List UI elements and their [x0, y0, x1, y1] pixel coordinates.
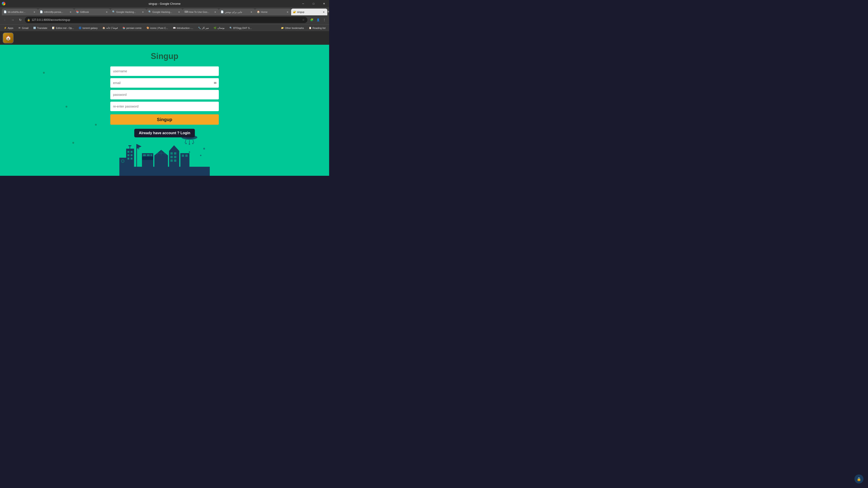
- tab-close[interactable]: ✕: [322, 10, 326, 14]
- tab-favicon: 🔍: [148, 10, 151, 13]
- tab-favicon: 📄: [4, 10, 7, 13]
- bookmark-torrent-galaxy[interactable]: 🌀 torrent galaxy: [76, 26, 99, 31]
- bookmark-editor-md[interactable]: 📝 Editor.md - Op...: [50, 26, 76, 31]
- tab-mthri[interactable]: 📄 mthri/dfp-persia... ✕: [38, 8, 74, 15]
- url-text: 127.0.0.1:8000/accounts/singup: [32, 18, 300, 22]
- svg-rect-44: [185, 155, 188, 157]
- svg-point-20: [122, 160, 124, 162]
- tab-favicon: 📄: [221, 10, 224, 13]
- btdigg-label: BTDigg DHT S...: [233, 27, 252, 29]
- app-icon[interactable]: 🏠: [3, 33, 13, 43]
- svg-rect-28: [154, 156, 168, 167]
- tab-close[interactable]: ✕: [213, 10, 217, 14]
- tab-close[interactable]: ✕: [33, 10, 36, 14]
- bookmark-apps[interactable]: ⚡ Apps: [2, 26, 15, 31]
- svg-rect-38: [170, 156, 173, 158]
- tab-title: mthri/dfp-persia...: [44, 11, 68, 13]
- bookmark-persian-comic[interactable]: 📚 persian comic: [121, 26, 144, 31]
- email-wrapper: ✉: [110, 78, 219, 88]
- tab-jaye-baraye-neveshtan[interactable]: 📄 جایی برای نوشتن ✕: [219, 8, 255, 15]
- translate-icon: 🔤: [33, 26, 36, 30]
- svg-rect-43: [182, 155, 184, 157]
- title-bar: singup - Google Chrome ─ □ ✕: [0, 0, 329, 7]
- signup-button[interactable]: Singup: [110, 114, 219, 125]
- decoration-dot-4: [72, 142, 74, 144]
- password-input[interactable]: [110, 90, 219, 99]
- bookmark-btdigg[interactable]: 🔍 BTDigg DHT S...: [227, 26, 254, 31]
- svg-line-2: [185, 140, 186, 143]
- tab-title: singup: [297, 11, 321, 13]
- new-tab-button[interactable]: +: [327, 8, 329, 15]
- other-bookmarks-icon: 📁: [281, 26, 284, 30]
- maximize-button[interactable]: □: [308, 0, 319, 7]
- apps-icon: ⚡: [4, 26, 7, 30]
- svg-rect-24: [142, 157, 153, 160]
- tab-favicon: ⌨: [184, 10, 188, 13]
- login-link[interactable]: Already have account ? Login: [134, 129, 195, 137]
- tab-favicon: 🔍: [112, 10, 115, 13]
- back-button[interactable]: ←: [2, 17, 8, 23]
- other-label: Other bookmarks: [285, 27, 304, 29]
- username-input[interactable]: [110, 66, 219, 76]
- chrome-logo: [2, 2, 5, 5]
- bookmark-icono[interactable]: 🎨 icono | Pure C...: [145, 26, 170, 31]
- svg-rect-39: [174, 156, 176, 158]
- tab-title: Google Hacking...: [152, 11, 176, 13]
- svg-rect-12: [127, 154, 129, 156]
- svg-rect-14: [127, 158, 129, 160]
- reload-button[interactable]: ↻: [17, 17, 24, 23]
- boostan-label: بوستان: [217, 26, 225, 29]
- email-input[interactable]: [110, 78, 219, 88]
- tab-close[interactable]: ✕: [177, 10, 181, 14]
- close-button[interactable]: ✕: [319, 0, 329, 7]
- bookmark-translate[interactable]: 🔤 Translate: [31, 26, 49, 31]
- tab-home[interactable]: 🏠 Home ✕: [255, 8, 291, 15]
- svg-point-6: [189, 143, 190, 145]
- bookmark-gmail[interactable]: ✉ Gmail: [16, 26, 30, 31]
- tab-close[interactable]: ✕: [250, 10, 253, 14]
- forward-button[interactable]: →: [9, 17, 16, 23]
- svg-rect-15: [131, 158, 132, 160]
- profile-icon[interactable]: 👤: [315, 17, 321, 23]
- app-icon-bar: 🏠: [0, 31, 329, 45]
- tab-bit-orbit[interactable]: 📄 bit-orbit/fa.doc... ✕: [2, 8, 38, 15]
- tab-close[interactable]: ✕: [141, 10, 145, 14]
- tab-close[interactable]: ✕: [286, 10, 289, 14]
- bookmark-mirkar[interactable]: 🔧 میر کار: [196, 26, 211, 31]
- reading-label: Reading list: [313, 27, 326, 29]
- svg-point-48: [203, 148, 205, 150]
- bookmark-star-icon[interactable]: ☆: [302, 18, 305, 22]
- tab-gitbook[interactable]: 📚 GitBook ✕: [74, 8, 110, 15]
- tab-how-to-use[interactable]: ⌨ How To Use Goo... ✕: [183, 8, 219, 15]
- window-controls: ─ □ ✕: [298, 0, 329, 7]
- bookmark-introduction[interactable]: 📖 Introduction -...: [171, 26, 195, 31]
- menu-icon[interactable]: ⋮: [321, 17, 327, 23]
- reenter-password-input[interactable]: [110, 102, 219, 111]
- bookmark-fosha[interactable]: 🏠 فوشا | خانه: [100, 26, 120, 31]
- login-link-wrapper: Already have account ? Login: [110, 128, 219, 137]
- bookmarks-bar: ⚡ Apps ✉ Gmail 🔤 Translate 📝 Editor.md -…: [0, 24, 329, 31]
- svg-rect-8: [119, 167, 210, 176]
- svg-rect-13: [131, 154, 132, 156]
- address-bar[interactable]: 🔒 127.0.0.1:8000/accounts/singup ☆: [25, 17, 307, 23]
- tab-singup[interactable]: 🔐 singup ✕: [291, 8, 327, 15]
- torrent-label: torrent galaxy: [83, 27, 98, 29]
- tab-google-hacking-1[interactable]: 🔍 Google Hacking... ✕: [110, 8, 147, 15]
- bookmark-boostan[interactable]: 🌿 بوستان: [212, 26, 226, 31]
- gmail-icon: ✉: [18, 26, 21, 30]
- tab-close[interactable]: ✕: [69, 10, 72, 14]
- minimize-button[interactable]: ─: [298, 0, 308, 7]
- bookmark-other[interactable]: 📁 Other bookmarks: [279, 26, 306, 31]
- torrent-icon: 🌀: [79, 26, 82, 30]
- tab-title: Google Hacking...: [116, 11, 140, 13]
- email-icon: ✉: [214, 81, 217, 85]
- password-wrapper: [110, 90, 219, 99]
- signup-form: ✉ Singup Already have account ? Login: [110, 66, 219, 137]
- bookmark-reading-list[interactable]: 📋 Reading list: [307, 26, 327, 31]
- extensions-icon[interactable]: 🧩: [309, 17, 315, 23]
- tab-bar: 📄 bit-orbit/fa.doc... ✕ 📄 mthri/dfp-pers…: [0, 7, 329, 15]
- tab-close[interactable]: ✕: [105, 10, 108, 14]
- address-icons: ☆: [302, 18, 305, 22]
- tab-title: How To Use Goo...: [188, 11, 213, 13]
- tab-google-hacking-2[interactable]: 🔍 Google Hacking... ✕: [147, 8, 183, 15]
